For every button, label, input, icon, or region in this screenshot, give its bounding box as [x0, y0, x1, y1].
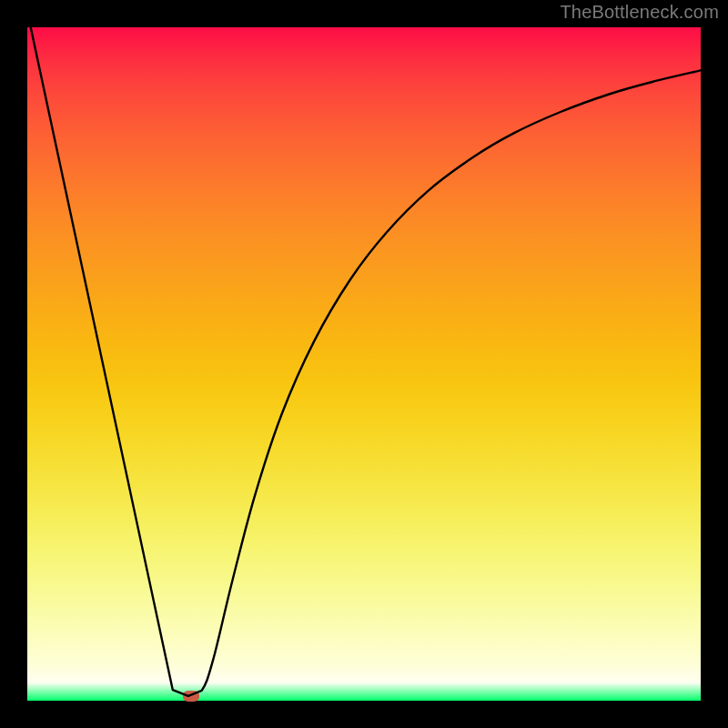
curve-svg [27, 27, 701, 701]
plot-area [27, 27, 701, 701]
app-frame: TheBottleneck.com [0, 0, 728, 728]
watermark-text: TheBottleneck.com [560, 2, 719, 23]
bottleneck-curve [31, 27, 701, 696]
